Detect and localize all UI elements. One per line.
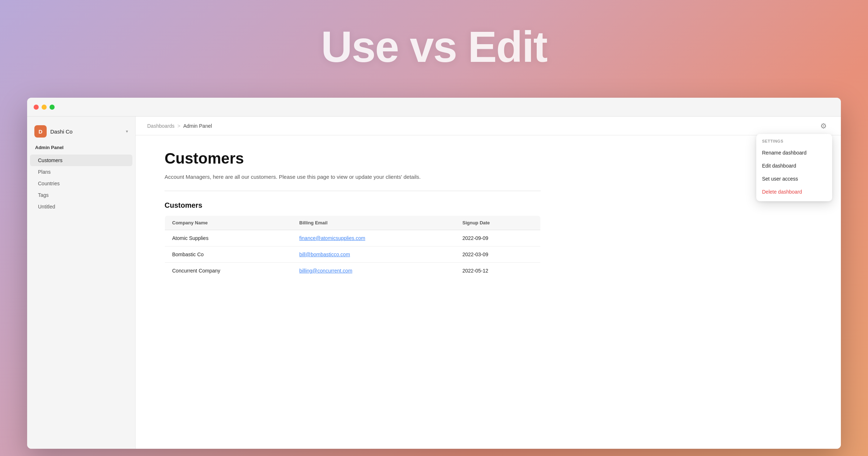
customers-section-title: Customers [165,201,541,210]
sidebar: D Dashi Co ▾ Admin Panel Customers Plans… [27,117,136,449]
cell-company: Bombastic Co [165,246,292,263]
dropdown-label: SETTINGS [756,137,832,146]
cell-company: Atomic Supplies [165,230,292,246]
content-topbar: Dashboards > Admin Panel ⚙ [136,117,841,135]
set-user-access-item[interactable]: Set user access [756,172,832,185]
title-bar [27,98,841,117]
sidebar-item-customers[interactable]: Customers [30,155,132,166]
app-window: D Dashi Co ▾ Admin Panel Customers Plans… [27,98,841,449]
col-billing-email: Billing Email [292,216,455,230]
workspace-avatar: D [34,125,47,138]
sidebar-item-countries[interactable]: Countries [30,178,132,189]
breadcrumb-current: Admin Panel [183,123,212,129]
chevron-down-icon: ▾ [126,129,128,134]
content-body: Customers Account Managers, here are all… [136,135,570,294]
col-company-name: Company Name [165,216,292,230]
settings-dropdown-menu: SETTINGS Rename dashboard Edit dashboard… [756,134,832,201]
delete-dashboard-item[interactable]: Delete dashboard [756,185,832,198]
content-area: Dashboards > Admin Panel ⚙ Customers Acc… [136,117,841,449]
workspace-header[interactable]: D Dashi Co ▾ [27,122,135,143]
sidebar-section-title: Admin Panel [27,143,135,155]
sidebar-item-untitled[interactable]: Untitled [30,201,132,212]
page-description: Account Managers, here are all our custo… [165,174,541,180]
breadcrumb-separator: > [178,123,180,129]
main-layout: D Dashi Co ▾ Admin Panel Customers Plans… [27,117,841,449]
close-button[interactable] [34,105,39,110]
breadcrumb: Dashboards > Admin Panel [147,123,212,129]
traffic-lights [34,105,55,110]
sidebar-item-tags[interactable]: Tags [30,189,132,201]
cell-email[interactable]: billing@concurrent.com [292,263,455,279]
settings-gear-button[interactable]: ⚙ [818,120,829,132]
maximize-button[interactable] [50,105,55,110]
rename-dashboard-item[interactable]: Rename dashboard [756,146,832,159]
cell-date: 2022-09-09 [455,230,540,246]
table-row[interactable]: Atomic Supplies finance@atomicsupplies.c… [165,230,541,246]
breadcrumb-root[interactable]: Dashboards [147,123,175,129]
workspace-name: Dashi Co [50,128,122,135]
table-row[interactable]: Bombastic Co bill@bombasticco.com 2022-0… [165,246,541,263]
section-divider [165,191,541,191]
page-title: Customers [165,150,541,167]
cell-email[interactable]: bill@bombasticco.com [292,246,455,263]
customers-table: Company Name Billing Email Signup Date A… [165,215,541,279]
cell-email[interactable]: finance@atomicsupplies.com [292,230,455,246]
minimize-button[interactable] [42,105,47,110]
cell-date: 2022-03-09 [455,246,540,263]
cell-date: 2022-05-12 [455,263,540,279]
col-signup-date: Signup Date [455,216,540,230]
cell-company: Concurrent Company [165,263,292,279]
edit-dashboard-item[interactable]: Edit dashboard [756,159,832,172]
table-row[interactable]: Concurrent Company billing@concurrent.co… [165,263,541,279]
hero-title: Use vs Edit [0,22,868,72]
sidebar-item-plans[interactable]: Plans [30,166,132,178]
